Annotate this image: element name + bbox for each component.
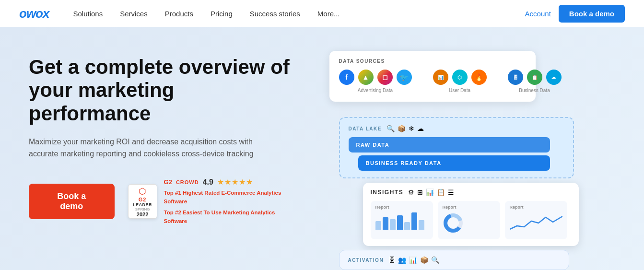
business-data-label: Business Data [519,88,550,93]
nav-products[interactable]: Products [165,10,193,18]
box-icon: 📦 [398,125,406,132]
nav-more[interactable]: More... [317,10,340,18]
badge-desc1: Top #1 Highest Rated E-Commerce Analytic… [164,188,297,206]
data-sources-card: DATA SOURCES f ▲ ◻ 🐦 Advertising Data [329,51,536,102]
badge-crowd-row: G2 CROWD 4.9 ★★★★★ [164,177,297,187]
nav-book-demo-button[interactable]: Book a demo [559,5,625,23]
marketing-diagram: DATA SOURCES f ▲ ◻ 🐦 Advertising Data [329,51,584,262]
list-icon: ☰ [448,188,454,196]
data-sources-icons: f ▲ ◻ 🐦 Advertising Data 📊 ⬡ 🔥 [339,70,526,93]
nav-success-stories[interactable]: Success stories [250,10,300,18]
badge-info: G2 CROWD 4.9 ★★★★★ Top #1 Highest Rated … [164,177,297,226]
bar-chart-mini [375,212,428,230]
table-icon: 📋 [437,188,445,196]
advertising-data-label: Advertising Data [358,88,393,93]
donut-chart [443,212,464,234]
nav-pricing[interactable]: Pricing [211,10,233,18]
search-icon: 🔍 [386,125,395,132]
bar-icon: 📊 [426,188,434,196]
hero-subtext: Maximize your marketing ROI and decrease… [29,136,259,160]
instagram-icon: ◻ [377,70,393,85]
line-chart-mini [510,212,562,232]
firebase-icon: 🔥 [471,70,487,85]
raw-data-title: RAW DATA [356,142,542,148]
hexagon-icon: ⬡ [452,70,468,85]
report-card-2: Report [438,201,500,239]
activate-bars-icon: 📊 [409,256,417,264]
hero-cta-row: Book a demo ⬡ G2 Leader SPRING 2022 G2 C… [29,177,297,226]
business-data-group: 🗄 📋 ☁ Business Data [508,70,562,93]
data-lake-title: DATA LAKE [349,126,382,131]
g2-badge: ⬡ G2 Leader SPRING 2022 G2 CROWD 4.9 ★★★… [128,177,297,226]
account-link[interactable]: Account [525,10,551,18]
twitter-icon: 🐦 [397,70,412,85]
google-ads-icon: ▲ [358,70,374,85]
activate-db-icon: 🗄 [388,256,395,264]
hero-diagram: DATA SOURCES f ▲ ◻ 🐦 Advertising Data [297,51,615,262]
activate-search-icon: 🔍 [431,256,439,264]
database-icon: 🗄 [508,70,523,85]
raw-data-card: RAW DATA [349,137,550,153]
nav-services[interactable]: Services [120,10,148,18]
badge-desc2: Top #2 Easiest To Use Marketing Analytic… [164,208,297,226]
hero-book-demo-button[interactable]: Book a demo [29,184,115,219]
grid-icon: ⚙ [408,188,414,196]
owox-logo[interactable]: owox [19,6,49,21]
g2-leader-medal: ⬡ G2 Leader SPRING 2022 [128,184,157,219]
layout-icon: ⊞ [417,188,423,196]
sheets-icon: 📋 [527,70,542,85]
salesforce-icon: ☁ [546,70,562,85]
report-cards: Report Report [371,201,571,239]
business-ready-card: BUSINESS READY DATA [358,155,550,171]
report-card-1: Report [371,201,433,239]
activate-users-icon: 👥 [398,256,406,264]
hero-heading: Get a complete overview of your marketin… [29,56,297,125]
snowflake-icon: ❄ [409,125,414,132]
nav-links: Solutions Services Products Pricing Succ… [73,10,525,18]
advertising-data-group: f ▲ ◻ 🐦 Advertising Data [339,70,412,93]
user-data-label: User Data [449,88,470,93]
data-lake-card: DATA LAKE 🔍 📦 ❄ ☁ RAW DATA BUSINESS READ… [339,117,574,178]
insights-title: INSIGHTS [371,189,404,196]
facebook-icon: f [339,70,354,85]
navbar: owox Solutions Services Products Pricing… [0,0,644,27]
user-data-group: 📊 ⬡ 🔥 User Data [433,70,487,93]
hero-section: Get a complete overview of your marketin… [0,27,644,270]
activation-card: ACTIVATION 🗄 👥 📊 📦 🔍 [339,250,569,270]
business-ready-title: BUSINESS READY DATA [366,160,542,166]
analytics-icon: 📊 [433,70,448,85]
data-sources-title: DATA SOURCES [339,59,526,64]
activate-box-icon: 📦 [420,256,428,264]
nav-solutions[interactable]: Solutions [73,10,103,18]
aws-icon: ☁ [417,125,424,132]
report-card-3: Report [505,201,567,239]
activation-title: ACTIVATION [348,258,384,263]
hero-left: Get a complete overview of your marketin… [29,51,297,226]
nav-right: Account Book a demo [525,5,625,23]
insights-card: INSIGHTS ⚙ ⊞ 📊 📋 ☰ Report [363,183,579,246]
